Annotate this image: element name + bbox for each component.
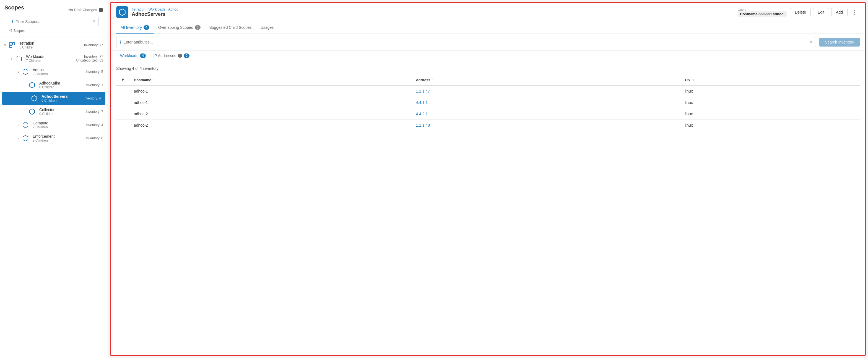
- query-value: Hostname contains adhoc-: [738, 11, 787, 17]
- adhocservers-children: 0 Children: [41, 99, 84, 103]
- row1-address[interactable]: 1.1.1.47: [411, 85, 680, 97]
- enforcement-icon: [21, 134, 30, 143]
- row1-os: linux: [680, 85, 860, 97]
- breadcrumb-workloads[interactable]: Workloads: [149, 7, 165, 11]
- row1-filter: [116, 85, 129, 97]
- query-hostname-label: Hostname: [740, 12, 757, 16]
- tab-suggested-child-scopes[interactable]: Suggested Child Scopes: [205, 22, 256, 33]
- row1-hostname: adhoc-1: [129, 85, 412, 97]
- sub-tab-ip-addresses-badge: 0: [184, 53, 189, 58]
- search-clear-button[interactable]: ✕: [809, 39, 812, 45]
- collector-info: Collector 0 Children: [39, 108, 86, 116]
- query-box: Query Hostname contains adhoc-: [738, 8, 787, 17]
- row3-filter: [116, 108, 129, 120]
- sub-tab-ip-addresses-label: IP Addresses: [154, 53, 176, 58]
- col-os-label: OS: [685, 78, 691, 82]
- sidebar-item-adhoc[interactable]: ∨ Adhoc 2 Children Inventory: 5: [0, 65, 107, 78]
- search-info-icon: ℹ: [120, 40, 121, 44]
- showing-bar: Showing 4 of 4 inventory ⋮: [116, 61, 860, 75]
- sub-tab-workloads-label: Workloads: [120, 53, 138, 58]
- query-value-text: adhoc-: [773, 12, 785, 16]
- os-sort-icon: ↑↓: [691, 78, 694, 82]
- adhockafka-inventory: Inventory: 1: [86, 83, 103, 87]
- table-row: adhoc-2 4.4.2.1 linux: [116, 108, 860, 120]
- panel-title-area: Tetration : Workloads : Adhoc AdhocServe…: [132, 7, 730, 17]
- svg-rect-3: [16, 57, 22, 61]
- collapse-workloads[interactable]: ∨: [9, 57, 14, 60]
- adhockafka-name: AdhocKafka: [39, 81, 86, 85]
- query-op: contains: [758, 12, 773, 16]
- filter-icon[interactable]: ▼: [121, 77, 125, 82]
- draft-badge: No Draft Changes i: [68, 8, 103, 12]
- row4-hostname: adhoc-2: [129, 120, 412, 131]
- sub-tab-ip-addresses[interactable]: IP Addresses i 0: [150, 51, 193, 61]
- col-filter: ▼: [116, 75, 129, 85]
- svg-rect-0: [10, 43, 12, 45]
- panel-title: AdhocServers: [132, 11, 730, 17]
- tab-usages[interactable]: Usages: [256, 22, 278, 33]
- collapse-compute[interactable]: ›: [16, 123, 21, 127]
- collapse-adhoc[interactable]: ∨: [16, 70, 21, 74]
- table-row: adhoc-1 4.4.1.1 linux: [116, 97, 860, 108]
- showing-text: Showing 4 of 4 inventory: [116, 66, 158, 71]
- main-tabs: All Inventory 4 Overlapping Scopes 0 Sug…: [111, 22, 865, 33]
- workloads-icon: [14, 54, 23, 63]
- tetration-children: 5 Children: [19, 46, 84, 49]
- col-os[interactable]: OS ↑↓: [680, 75, 860, 85]
- address-sort-icon: ↑↓: [431, 78, 435, 82]
- filter-info-icon: ℹ: [12, 19, 13, 24]
- col-hostname[interactable]: Hostname ↑: [129, 75, 412, 85]
- sub-tab-workloads-badge: 4: [140, 53, 146, 58]
- filter-bar[interactable]: ℹ ✕: [9, 17, 99, 26]
- adhocservers-inventory: Inventory: 4: [84, 97, 101, 100]
- edit-button[interactable]: Edit: [813, 8, 829, 16]
- search-input-wrap: ℹ ✕: [116, 37, 816, 47]
- breadcrumb-tetration[interactable]: Tetration: [132, 7, 146, 11]
- sidebar-item-enforcement[interactable]: › Enforcement 2 Children Inventory: 0: [0, 132, 107, 145]
- collector-children: 0 Children: [39, 112, 86, 116]
- draft-status-text: No Draft Changes: [68, 8, 97, 12]
- collector-icon: [28, 107, 36, 116]
- query-label: Query: [738, 8, 787, 11]
- row3-address[interactable]: 4.4.2.1: [411, 108, 680, 120]
- sidebar-item-workloads[interactable]: ∨ Workloads 7 Children Inventory: 77 Unc…: [0, 52, 107, 65]
- sub-tabs: Workloads 4 IP Addresses i 0: [111, 51, 865, 61]
- sidebar-item-tetration[interactable]: ∨ Tetration 5 Children Inventory: 77: [0, 38, 107, 52]
- row2-os: linux: [680, 97, 860, 108]
- row2-address[interactable]: 4.4.1.1: [411, 97, 680, 108]
- compute-name: Compute: [33, 121, 86, 125]
- filter-input[interactable]: [16, 19, 90, 24]
- tab-overlapping-scopes[interactable]: Overlapping Scopes 0: [154, 22, 205, 33]
- main-content: Tetration : Workloads : Adhoc AdhocServe…: [108, 0, 868, 358]
- sidebar-item-collector[interactable]: › Collector 0 Children Inventory: 7: [0, 105, 107, 118]
- table-row: adhoc-2 1.1.1.48 linux: [116, 120, 860, 131]
- row3-hostname: adhoc-2: [129, 108, 412, 120]
- sidebar-header: Scopes No Draft Changes i ℹ ✕ 41 Scopes: [0, 0, 107, 37]
- row4-address[interactable]: 1.1.1.48: [411, 120, 680, 131]
- breadcrumb-adhoc[interactable]: Adhoc: [168, 7, 178, 11]
- panel-header: Tetration : Workloads : Adhoc AdhocServe…: [111, 3, 865, 22]
- col-address[interactable]: Address ↑↓: [411, 75, 680, 85]
- adhockafka-info: AdhocKafka 0 Children: [39, 81, 86, 89]
- more-actions-button[interactable]: ⋮: [850, 8, 860, 17]
- table-more-button[interactable]: ⋮: [854, 65, 860, 72]
- collapse-tetration[interactable]: ∨: [2, 43, 8, 47]
- delete-button[interactable]: Delete: [790, 8, 810, 16]
- sidebar-item-adhocservers[interactable]: › AdhocServers 0 Children Inventory: 4: [2, 92, 105, 105]
- table-row: adhoc-1 1.1.1.47 linux: [116, 85, 860, 97]
- search-input[interactable]: [123, 40, 807, 44]
- collapse-enforcement[interactable]: ›: [16, 136, 21, 140]
- filter-clear-button[interactable]: ✕: [92, 19, 96, 24]
- sidebar-item-adhockafka[interactable]: › AdhocKafka 0 Children Inventory: 1: [0, 78, 107, 92]
- sidebar-item-compute[interactable]: › Compute 2 Children Inventory: 4: [0, 118, 107, 132]
- enforcement-children: 2 Children: [33, 139, 86, 142]
- scope-list: ∨ Tetration 5 Children Inventory: 77 ∨ W…: [0, 37, 107, 358]
- sub-tab-workloads[interactable]: Workloads 4: [116, 51, 150, 61]
- search-inventory-button[interactable]: Search Inventory: [819, 38, 860, 47]
- tab-overlapping-scopes-badge: 0: [195, 25, 200, 30]
- tab-suggested-child-scopes-label: Suggested Child Scopes: [209, 25, 252, 30]
- add-button[interactable]: Add: [831, 8, 847, 16]
- compute-children: 2 Children: [33, 125, 86, 129]
- inventory-table-body: adhoc-1 1.1.1.47 linux adhoc-1 4.4.1.1 l…: [116, 85, 860, 131]
- tab-all-inventory[interactable]: All Inventory 4: [116, 22, 154, 33]
